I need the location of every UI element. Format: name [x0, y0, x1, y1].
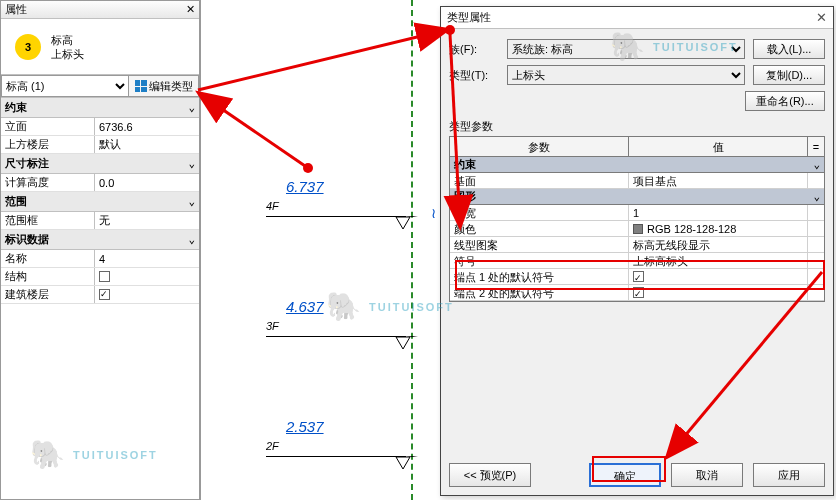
- property-key: 上方楼层: [1, 136, 95, 153]
- properties-title-bar: 属性 ✕: [1, 1, 199, 19]
- edit-type-icon: [135, 80, 147, 92]
- param-name: 线宽: [450, 205, 629, 220]
- group-header[interactable]: 标识数据⌄: [1, 230, 199, 250]
- property-row: 上方楼层: [1, 136, 199, 154]
- param-value: 1: [629, 205, 808, 220]
- col-param: 参数: [450, 137, 629, 156]
- annotation-badge: 3: [15, 34, 41, 60]
- param-row[interactable]: 颜色RGB 128-128-128: [450, 221, 824, 237]
- col-eq: =: [808, 137, 824, 156]
- group-header[interactable]: 范围⌄: [1, 192, 199, 212]
- expand-icon[interactable]: ⌄: [813, 158, 820, 171]
- elephant-icon: 🐘: [326, 290, 363, 323]
- level-elevation: 2.537: [286, 418, 324, 435]
- property-row: 建筑楼层: [1, 286, 199, 304]
- watermark: 🐘TUITUISOFT: [326, 290, 454, 323]
- level-elevation: 6.737: [286, 178, 324, 195]
- checkbox[interactable]: [99, 271, 110, 282]
- load-button[interactable]: 载入(L)...: [753, 39, 825, 59]
- properties-title: 属性: [5, 2, 27, 17]
- param-value: 项目基点: [629, 173, 808, 188]
- property-row: 立面: [1, 118, 199, 136]
- param-group-header[interactable]: 图形⌄: [450, 189, 824, 205]
- ok-button[interactable]: 确定: [589, 463, 661, 487]
- level-name: 3F: [266, 320, 279, 332]
- cancel-button[interactable]: 取消: [671, 463, 743, 487]
- property-key: 建筑楼层: [1, 286, 95, 303]
- param-row[interactable]: 符号上标高标头: [450, 253, 824, 269]
- param-row[interactable]: 线型图案标高无线段显示: [450, 237, 824, 253]
- property-value[interactable]: [99, 177, 195, 189]
- expand-icon[interactable]: ⌄: [188, 101, 195, 114]
- property-key: 结构: [1, 268, 95, 285]
- param-name: 基面: [450, 173, 629, 188]
- param-value: 上标高标头: [629, 253, 808, 268]
- property-value[interactable]: [99, 139, 195, 151]
- param-group-header[interactable]: 约束⌄: [450, 157, 824, 173]
- expand-icon[interactable]: ⌄: [188, 157, 195, 170]
- param-name: 端点 2 处的默认符号: [450, 285, 629, 300]
- grid-header: 参数 值 =: [450, 137, 824, 157]
- checkbox[interactable]: [633, 287, 644, 298]
- params-grid: 参数 值 = 约束⌄基面项目基点图形⌄线宽1颜色RGB 128-128-128线…: [449, 136, 825, 302]
- param-row[interactable]: 线宽1: [450, 205, 824, 221]
- col-value: 值: [629, 137, 808, 156]
- property-key: 计算高度: [1, 174, 95, 191]
- level-marker[interactable]: 6.7374F: [266, 178, 406, 217]
- break-symbol: ≀: [431, 205, 436, 221]
- property-row: 范围框: [1, 212, 199, 230]
- property-row: 计算高度: [1, 174, 199, 192]
- checkbox[interactable]: [633, 271, 644, 282]
- type-row: 类型(T): 上标头 复制(D)...: [449, 65, 825, 85]
- copy-button[interactable]: 复制(D)...: [753, 65, 825, 85]
- property-value[interactable]: [99, 121, 195, 133]
- family-label: 族(F):: [449, 42, 507, 57]
- param-value: RGB 128-128-128: [629, 221, 808, 236]
- dialog-title-bar[interactable]: 类型属性 ✕: [441, 7, 833, 29]
- close-icon[interactable]: ✕: [816, 10, 827, 25]
- property-key: 范围框: [1, 212, 95, 229]
- param-row[interactable]: 端点 2 处的默认符号: [450, 285, 824, 301]
- apply-button[interactable]: 应用: [753, 463, 825, 487]
- preview-button[interactable]: << 预览(P): [449, 463, 531, 487]
- param-name: 颜色: [450, 221, 629, 236]
- dialog-footer: << 预览(P) 确定 取消 应用: [449, 463, 825, 487]
- watermark: 🐘TUITUISOFT: [30, 438, 158, 471]
- checkbox[interactable]: [99, 289, 110, 300]
- elephant-icon: 🐘: [30, 438, 67, 471]
- expand-icon[interactable]: ⌄: [188, 195, 195, 208]
- param-value: [629, 269, 808, 284]
- edit-type-button[interactable]: 编辑类型: [129, 75, 199, 97]
- type-properties-dialog: 类型属性 ✕ 族(F): 系统族: 标高 载入(L)... 类型(T): 上标头…: [440, 6, 834, 496]
- watermark: 🐘TUITUISOFT: [610, 30, 738, 63]
- param-row[interactable]: 端点 1 处的默认符号: [450, 269, 824, 285]
- type-select[interactable]: 上标头: [507, 65, 745, 85]
- param-name: 端点 1 处的默认符号: [450, 269, 629, 284]
- level-elevation: 4.637: [286, 298, 324, 315]
- property-value[interactable]: [99, 253, 195, 265]
- instance-selector-row: 标高 (1) 编辑类型: [1, 75, 199, 98]
- type-params-label: 类型参数: [449, 119, 825, 134]
- property-row: 名称: [1, 250, 199, 268]
- property-value[interactable]: [99, 215, 195, 227]
- group-header[interactable]: 尺寸标注⌄: [1, 154, 199, 174]
- level-marker[interactable]: 2.5372F: [266, 418, 406, 457]
- drawing-canvas[interactable]: ≀ 6.7374F4.6373F2.5372F: [200, 0, 450, 500]
- property-key: 立面: [1, 118, 95, 135]
- instance-selector[interactable]: 标高 (1): [1, 75, 129, 97]
- close-icon[interactable]: ✕: [186, 3, 195, 16]
- group-header[interactable]: 约束⌄: [1, 98, 199, 118]
- property-key: 名称: [1, 250, 95, 267]
- type-label: 类型(T):: [449, 68, 507, 83]
- level-name: 4F: [266, 200, 279, 212]
- param-name: 符号: [450, 253, 629, 268]
- properties-panel: 属性 ✕ 3 标高 上标头 标高 (1) 编辑类型 约束⌄立面上方楼层尺寸标注⌄…: [0, 0, 200, 500]
- elephant-icon: 🐘: [610, 30, 647, 63]
- properties-type-header[interactable]: 3 标高 上标头: [1, 19, 199, 75]
- rename-button[interactable]: 重命名(R)...: [745, 91, 825, 111]
- grid-line: [411, 0, 413, 500]
- expand-icon[interactable]: ⌄: [813, 190, 820, 203]
- expand-icon[interactable]: ⌄: [188, 233, 195, 246]
- level-name: 2F: [266, 440, 279, 452]
- param-row[interactable]: 基面项目基点: [450, 173, 824, 189]
